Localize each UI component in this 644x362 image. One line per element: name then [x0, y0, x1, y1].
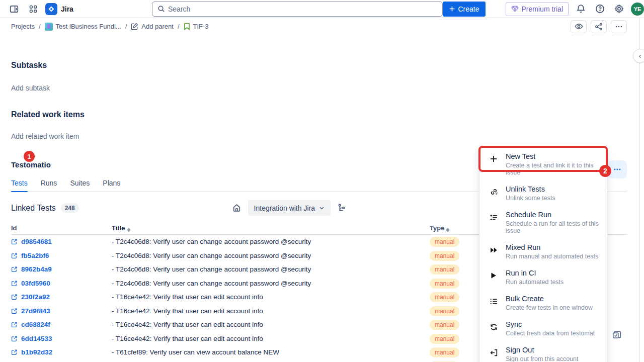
global-search[interactable] — [152, 2, 443, 17]
external-link-icon[interactable] — [11, 294, 18, 300]
premium-trial-label: Premium trial — [522, 5, 563, 13]
test-title: - T16ce4e42: Verify that user can edit a… — [112, 293, 430, 301]
multi-select-checkbox-icon[interactable] — [612, 330, 622, 340]
menu-item-description: Collect fresh data from testomat — [506, 330, 595, 337]
schedule-icon — [490, 213, 499, 222]
external-link-icon[interactable] — [11, 349, 18, 355]
menu-item-label: Run in CI — [506, 269, 564, 277]
test-id-link[interactable]: cd68824f — [21, 321, 50, 328]
menu-item-label: Unlink Tests — [506, 185, 555, 193]
test-type-badge: manual — [430, 237, 459, 247]
test-id-link[interactable]: 8962b4a9 — [21, 265, 52, 273]
linked-tests-title: Linked Tests — [11, 204, 56, 213]
app-title: Jira — [61, 5, 73, 13]
test-id-link[interactable]: fb5a2bf6 — [21, 252, 49, 259]
breadcrumb-add-parent-label: Add parent — [141, 23, 174, 30]
external-link-icon[interactable] — [11, 321, 18, 328]
jira-home-link[interactable]: Jira — [45, 3, 73, 15]
edit-icon — [131, 23, 138, 30]
tab-tests[interactable]: Tests — [11, 176, 28, 192]
menu-item-bulk-create[interactable]: Bulk Create Create few tests in one wind… — [479, 290, 607, 316]
menu-item-description: Sign out from this account — [506, 355, 579, 362]
external-link-icon[interactable] — [11, 335, 18, 342]
menu-item-label: Bulk Create — [506, 295, 593, 303]
add-subtask-link[interactable]: Add subtask — [11, 84, 627, 92]
test-title: - T61cfef89: Verify user can view accoun… — [112, 348, 430, 356]
branch-filter-select[interactable]: Integration with Jira — [248, 200, 331, 216]
test-title: - T2c4c06d8: Verify user can change acco… — [112, 280, 430, 287]
menu-item-mixed-run[interactable]: Mixed Run Run manual and automated tests — [479, 239, 607, 264]
create-button-label: Create — [458, 5, 479, 13]
column-header-title[interactable]: Title — [112, 224, 430, 232]
menu-item-description: Run manual and automated tests — [506, 253, 598, 260]
linked-tests-count-badge: 248 — [61, 203, 79, 213]
annotation-step-2: 2 — [599, 165, 611, 177]
testomatio-heading: Testomatio — [11, 160, 51, 169]
test-type-badge: manual — [430, 334, 459, 344]
test-id-link[interactable]: b1b92d32 — [21, 348, 52, 356]
test-type-badge: manual — [430, 251, 459, 261]
menu-item-sign-out[interactable]: Sign Out Sign out from this account — [479, 341, 607, 362]
collapse-panel-button[interactable]: ‹ — [633, 49, 644, 63]
test-id-link[interactable]: 6dd14533 — [21, 335, 52, 342]
more-actions-button[interactable] — [611, 20, 627, 33]
menu-item-run-in-ci[interactable]: Run in CI Run automated tests — [479, 264, 607, 290]
test-title: - T2c4c06d8: Verify user can change acco… — [112, 238, 430, 245]
sidebar-toggle-icon[interactable] — [7, 2, 21, 16]
create-button[interactable]: Create — [443, 2, 486, 17]
related-work-heading: Related work items — [11, 110, 627, 119]
external-link-icon[interactable] — [11, 238, 18, 245]
sort-icon — [127, 228, 130, 232]
bookmark-icon — [184, 23, 190, 30]
tab-runs[interactable]: Runs — [41, 176, 57, 192]
settings-gear-icon[interactable] — [612, 2, 626, 16]
menu-item-new-test[interactable]: New Test Create a test and link it it to… — [479, 148, 607, 180]
breadcrumb-projects[interactable]: Projects — [11, 23, 35, 30]
test-type-badge: manual — [430, 347, 459, 357]
search-icon — [157, 5, 165, 13]
test-title: - T16ce4e42: Verify that user can edit a… — [112, 307, 430, 315]
add-related-work-link[interactable]: Add related work item — [11, 132, 627, 140]
right-panel-rail: ‹ — [639, 18, 644, 362]
menu-item-schedule-run[interactable]: Schedule Run Schedule a run for all test… — [479, 206, 607, 239]
test-type-badge: manual — [430, 292, 459, 302]
share-button[interactable] — [591, 20, 607, 33]
branch-filter-value: Integration with Jira — [254, 204, 315, 212]
menu-item-sync[interactable]: Sync Collect fresh data from testomat — [479, 316, 607, 341]
chevron-down-icon — [319, 205, 325, 211]
test-id-link[interactable]: 27d9f843 — [21, 307, 50, 315]
app-switcher-icon[interactable] — [26, 2, 40, 16]
search-input[interactable] — [168, 5, 437, 13]
external-link-icon[interactable] — [11, 280, 18, 287]
test-title: - T16ce4e42: Verify that user can edit a… — [112, 335, 430, 342]
external-link-icon[interactable] — [11, 252, 18, 259]
tab-plans[interactable]: Plans — [103, 176, 120, 192]
sort-icon — [446, 228, 449, 232]
menu-item-description: Create few tests in one window — [506, 304, 593, 311]
home-icon[interactable] — [232, 204, 241, 212]
notifications-icon[interactable] — [574, 2, 588, 16]
user-avatar[interactable]: YE — [631, 3, 644, 16]
plus-icon — [490, 155, 499, 163]
menu-item-label: Schedule Run — [506, 211, 600, 219]
external-link-icon[interactable] — [11, 308, 18, 314]
breadcrumb-issue[interactable]: TIF-3 — [184, 23, 209, 30]
menu-item-description: Schedule a run for all tests of this iss… — [506, 220, 600, 234]
breadcrumb-project[interactable]: Test iBusiness Fundi... — [45, 23, 121, 31]
external-link-icon[interactable] — [11, 266, 18, 273]
test-id-link[interactable]: 03fd5960 — [21, 280, 50, 287]
sync-icon — [490, 323, 499, 331]
test-title: - T2c4c06d8: Verify user can change acco… — [112, 265, 430, 273]
menu-item-unlink-tests[interactable]: Unlink Tests Unlink some tests — [479, 180, 607, 206]
help-icon[interactable] — [593, 2, 607, 16]
breadcrumb-add-parent[interactable]: Add parent — [131, 23, 174, 30]
watch-eye-button[interactable] — [571, 20, 587, 33]
test-id-link[interactable]: 230f2a92 — [21, 293, 50, 301]
tab-suites[interactable]: Suites — [70, 176, 90, 192]
project-avatar — [45, 23, 53, 31]
git-branch-icon[interactable] — [338, 204, 345, 212]
subtasks-heading: Subtasks — [11, 61, 627, 70]
test-type-badge: manual — [430, 320, 459, 330]
premium-trial-button[interactable]: Premium trial — [506, 2, 569, 16]
test-id-link[interactable]: d9854681 — [21, 238, 52, 245]
